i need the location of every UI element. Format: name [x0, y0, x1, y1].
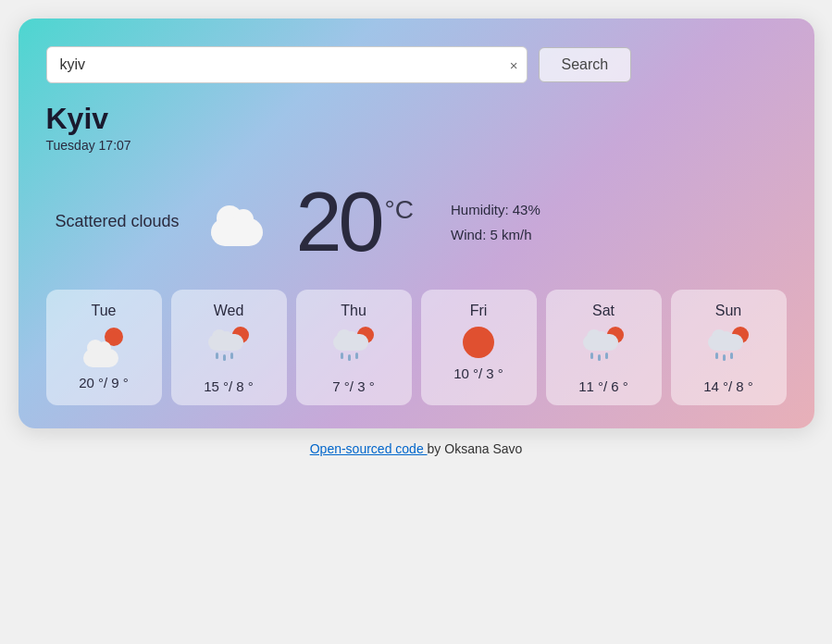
- forecast-card-tue: Tue 20 °/ 9 °: [46, 290, 162, 405]
- forecast-temp-4: 11 °/ 6 °: [578, 378, 628, 394]
- forecast-day-3: Fri: [470, 303, 488, 319]
- forecast-card-thu: Thu 7 °/ 3 °: [296, 290, 412, 405]
- forecast-day-4: Sat: [592, 303, 615, 319]
- temperature-value: 20: [296, 180, 381, 264]
- city-datetime: Tuesday 17:07: [46, 138, 787, 153]
- current-weather: Scattered clouds 20 °C Humidity: 43% Win…: [46, 180, 787, 264]
- search-input[interactable]: [46, 46, 528, 83]
- forecast-icon-5: [708, 327, 749, 371]
- forecast-temp-1: 15 °/ 8 °: [204, 378, 254, 394]
- search-input-wrap: ×: [46, 46, 528, 83]
- forecast-icon-1: [208, 327, 249, 371]
- wind: Wind: 5 km/h: [451, 222, 540, 247]
- forecast-temp-3: 10 °/ 3 °: [453, 365, 503, 381]
- forecast-day-5: Sun: [715, 303, 741, 319]
- forecast-icon-4: [583, 327, 624, 371]
- forecast-row: Tue 20 °/ 9 ° Wed: [46, 290, 787, 405]
- footer-suffix: by Oksana Savo: [428, 441, 523, 456]
- search-button[interactable]: Search: [539, 47, 632, 82]
- forecast-temp-5: 14 °/ 8 °: [703, 378, 753, 394]
- forecast-icon-3: [463, 327, 494, 358]
- forecast-card-sat: Sat 11 °/ 6 °: [546, 290, 662, 405]
- forecast-card-sun: Sun 14 °/ 8 °: [671, 290, 787, 405]
- forecast-day-2: Thu: [341, 303, 366, 319]
- forecast-icon-0: [83, 327, 124, 367]
- forecast-temp-2: 7 °/ 3 °: [332, 378, 374, 394]
- forecast-day-0: Tue: [92, 303, 117, 319]
- temperature-unit: °C: [385, 195, 414, 225]
- weather-card: × Search Kyiv Tuesday 17:07 Scattered cl…: [19, 19, 814, 428]
- forecast-day-1: Wed: [214, 303, 244, 319]
- footer: Open-sourced code by Oksana Savo: [310, 441, 523, 456]
- city-title: Kyiv: [46, 102, 787, 136]
- weather-icon-main: [207, 198, 274, 246]
- humidity: Humidity: 43%: [451, 197, 540, 222]
- forecast-card-fri: Fri 10 °/ 3 °: [421, 290, 537, 405]
- weather-details: Humidity: 43% Wind: 5 km/h: [451, 197, 540, 247]
- forecast-temp-0: 20 °/ 9 °: [79, 375, 129, 390]
- forecast-card-wed: Wed 15 °/ 8 °: [171, 290, 287, 405]
- weather-description: Scattered clouds: [56, 210, 185, 233]
- clear-button[interactable]: ×: [510, 58, 518, 72]
- forecast-icon-2: [333, 327, 374, 371]
- open-source-link[interactable]: Open-sourced code: [310, 441, 428, 456]
- search-row: × Search: [46, 46, 787, 83]
